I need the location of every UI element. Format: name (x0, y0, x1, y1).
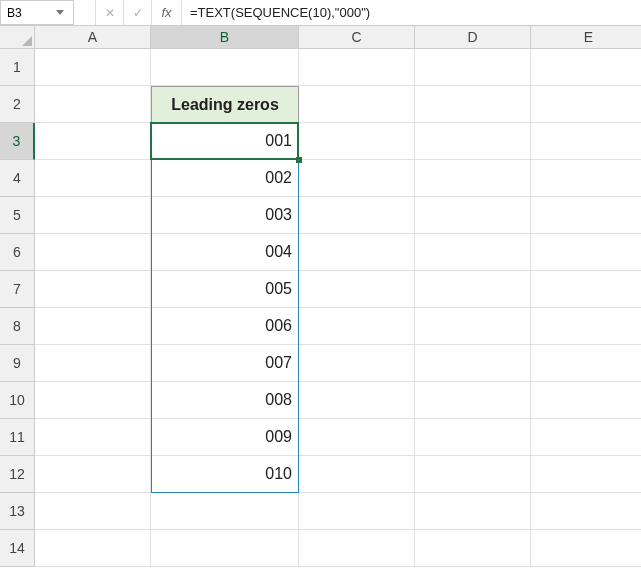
cell-B1[interactable] (151, 49, 299, 86)
cell-B14[interactable] (151, 530, 299, 567)
cell-E13[interactable] (531, 493, 641, 530)
cell-A8[interactable] (35, 308, 151, 345)
row-header-8[interactable]: 8 (0, 308, 35, 345)
cell-B7[interactable]: 005 (151, 271, 299, 308)
cell-C2[interactable] (299, 86, 415, 123)
cell-D12[interactable] (415, 456, 531, 493)
cell-A11[interactable] (35, 419, 151, 456)
column-header-E[interactable]: E (531, 26, 641, 49)
formula-input[interactable]: =TEXT(SEQUENCE(10),"000") (182, 0, 641, 25)
cell-A10[interactable] (35, 382, 151, 419)
cell-B11[interactable]: 009 (151, 419, 299, 456)
cell-D3[interactable] (415, 123, 531, 160)
cell-E11[interactable] (531, 419, 641, 456)
cell-D13[interactable] (415, 493, 531, 530)
cancel-icon: ✕ (105, 6, 115, 20)
cell-D9[interactable] (415, 345, 531, 382)
row-header-2[interactable]: 2 (0, 86, 35, 123)
formula-bar: B3 ✕ ✓ fx =TEXT(SEQUENCE(10),"000") (0, 0, 641, 26)
cell-A2[interactable] (35, 86, 151, 123)
row-header-14[interactable]: 14 (0, 530, 35, 567)
cell-C1[interactable] (299, 49, 415, 86)
row-header-6[interactable]: 6 (0, 234, 35, 271)
cell-E12[interactable] (531, 456, 641, 493)
cell-A5[interactable] (35, 197, 151, 234)
cell-D6[interactable] (415, 234, 531, 271)
enter-button[interactable]: ✓ (124, 0, 152, 25)
cell-B4[interactable]: 002 (151, 160, 299, 197)
cell-B13[interactable] (151, 493, 299, 530)
cell-E3[interactable] (531, 123, 641, 160)
row-headers: 1234567891011121314 (0, 49, 35, 567)
cell-E8[interactable] (531, 308, 641, 345)
row-header-7[interactable]: 7 (0, 271, 35, 308)
chevron-down-icon[interactable] (53, 6, 67, 20)
row-header-12[interactable]: 12 (0, 456, 35, 493)
row-header-13[interactable]: 13 (0, 493, 35, 530)
row-header-1[interactable]: 1 (0, 49, 35, 86)
column-header-B[interactable]: B (151, 26, 299, 49)
formula-spacer (74, 0, 96, 25)
cell-C12[interactable] (299, 456, 415, 493)
cell-E9[interactable] (531, 345, 641, 382)
cell-B3[interactable]: 001 (151, 123, 299, 160)
row-header-4[interactable]: 4 (0, 160, 35, 197)
cell-E14[interactable] (531, 530, 641, 567)
cell-B5[interactable]: 003 (151, 197, 299, 234)
cell-D7[interactable] (415, 271, 531, 308)
cell-C9[interactable] (299, 345, 415, 382)
cell-C5[interactable] (299, 197, 415, 234)
cell-D1[interactable] (415, 49, 531, 86)
cell-A3[interactable] (35, 123, 151, 160)
cell-E2[interactable] (531, 86, 641, 123)
cell-C7[interactable] (299, 271, 415, 308)
cell-E4[interactable] (531, 160, 641, 197)
cell-C4[interactable] (299, 160, 415, 197)
cell-C13[interactable] (299, 493, 415, 530)
cell-D10[interactable] (415, 382, 531, 419)
cell-E5[interactable] (531, 197, 641, 234)
cell-B10[interactable]: 008 (151, 382, 299, 419)
cell-D2[interactable] (415, 86, 531, 123)
cell-C11[interactable] (299, 419, 415, 456)
cell-A4[interactable] (35, 160, 151, 197)
cell-E10[interactable] (531, 382, 641, 419)
column-header-D[interactable]: D (415, 26, 531, 49)
cell-A1[interactable] (35, 49, 151, 86)
cell-A14[interactable] (35, 530, 151, 567)
cell-E6[interactable] (531, 234, 641, 271)
fx-button[interactable]: fx (152, 0, 182, 25)
cell-D14[interactable] (415, 530, 531, 567)
cell-D5[interactable] (415, 197, 531, 234)
row-header-5[interactable]: 5 (0, 197, 35, 234)
cell-A13[interactable] (35, 493, 151, 530)
cell-A6[interactable] (35, 234, 151, 271)
cell-C3[interactable] (299, 123, 415, 160)
cell-C14[interactable] (299, 530, 415, 567)
name-box[interactable]: B3 (0, 0, 74, 25)
cell-B9[interactable]: 007 (151, 345, 299, 382)
row-header-10[interactable]: 10 (0, 382, 35, 419)
cell-C8[interactable] (299, 308, 415, 345)
select-all-corner[interactable] (0, 26, 35, 49)
column-header-A[interactable]: A (35, 26, 151, 49)
cell-D11[interactable] (415, 419, 531, 456)
cell-C6[interactable] (299, 234, 415, 271)
cell-B6[interactable]: 004 (151, 234, 299, 271)
cell-B2[interactable]: Leading zeros (151, 86, 299, 123)
cell-E1[interactable] (531, 49, 641, 86)
cell-E7[interactable] (531, 271, 641, 308)
cell-D8[interactable] (415, 308, 531, 345)
column-header-C[interactable]: C (299, 26, 415, 49)
cell-C10[interactable] (299, 382, 415, 419)
cell-B12[interactable]: 010 (151, 456, 299, 493)
row-header-3[interactable]: 3 (0, 123, 35, 160)
cell-A12[interactable] (35, 456, 151, 493)
cell-A7[interactable] (35, 271, 151, 308)
cancel-button[interactable]: ✕ (96, 0, 124, 25)
row-header-9[interactable]: 9 (0, 345, 35, 382)
cell-A9[interactable] (35, 345, 151, 382)
cell-B8[interactable]: 006 (151, 308, 299, 345)
cell-D4[interactable] (415, 160, 531, 197)
row-header-11[interactable]: 11 (0, 419, 35, 456)
